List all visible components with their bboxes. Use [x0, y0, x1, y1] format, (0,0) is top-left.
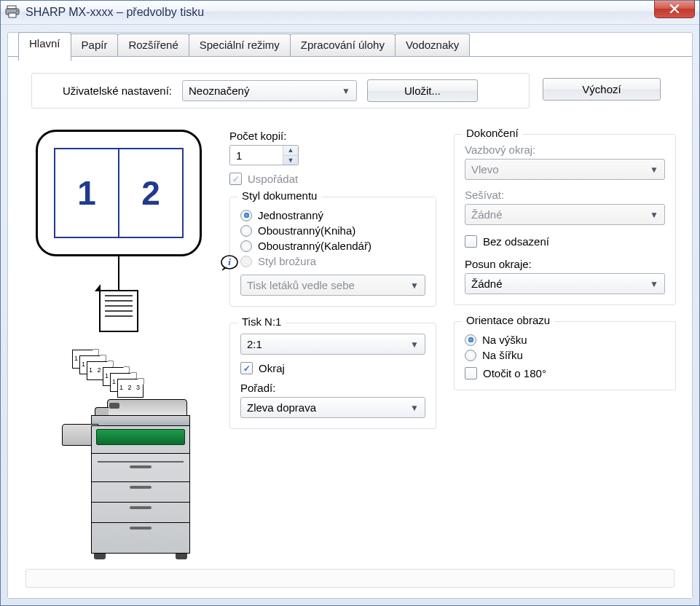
preview-paper: 1 2	[36, 130, 202, 256]
orientation-legend: Orientace obrazu	[462, 314, 554, 326]
orientation-group: Orientace obrazu Na výšku Na šířku ✓Otoč…	[454, 321, 676, 390]
finishing-group: Dokončení Vazbový okraj: Vlevo ▼ Sešívat…	[454, 134, 676, 305]
dialog-body: Hlavní Papír Rozšířené Speciální režimy …	[7, 32, 693, 599]
svg-point-3	[16, 10, 17, 12]
svg-text:i: i	[228, 256, 231, 267]
brochure-combo: Tisk letáků vedle sebe ▼	[240, 275, 425, 296]
binding-edge-label: Vazbový okraj:	[465, 143, 665, 156]
chevron-down-icon: ▼	[410, 403, 419, 413]
nup-order-label: Pořadí:	[240, 382, 425, 394]
printer-illustration	[62, 399, 190, 559]
nup-border-checkbox[interactable]: ✓Okraj	[240, 362, 425, 374]
copies-value: 1	[230, 146, 283, 165]
svg-rect-0	[7, 6, 16, 9]
close-icon	[669, 3, 680, 15]
save-button[interactable]: Uložit...	[367, 79, 478, 102]
preview-page-1: 1	[55, 149, 118, 237]
orientation-landscape-radio[interactable]: Na šířku	[465, 349, 665, 361]
binding-edge-select: Vlevo ▼	[465, 159, 665, 180]
collate-checkbox: ✓ Uspořádat	[229, 173, 436, 185]
docstyle-book-radio[interactable]: Oboustranný(Kniha)	[240, 224, 425, 237]
chevron-down-icon: ▼	[650, 279, 658, 289]
staple-label: Sešívat:	[465, 189, 665, 201]
margin-shift-select[interactable]: Žádné ▼	[465, 273, 665, 294]
brochure-combo-value: Tisk letáků vedle sebe	[247, 279, 355, 291]
window-title: SHARP MX-xxxx – předvolby tisku	[25, 6, 204, 19]
chevron-down-icon: ▼	[342, 86, 350, 96]
title-bar: SHARP MX-xxxx – předvolby tisku	[1, 1, 699, 25]
preview-note-icon	[99, 290, 138, 332]
nup-group: Tisk N:1 2:1 ▼ ✓Okraj Pořadí: Zleva dopr…	[229, 323, 436, 429]
chevron-down-icon: ▼	[650, 165, 658, 175]
margin-shift-value: Žádné	[471, 278, 503, 290]
binding-edge-value: Vlevo	[471, 163, 499, 176]
copies-spinner[interactable]: 1 ▲ ▼	[229, 145, 299, 165]
collate-preview-icon: 1 2 3 1 2 3 1 2 3 1 2 3 1 2 3 1 2 3	[72, 350, 142, 390]
nup-order-value: Zleva doprava	[247, 401, 316, 414]
tab-page-main: Uživatelské nastavení: Neoznačený ▼ Ulož…	[8, 56, 692, 598]
tab-strip: Hlavní Papír Rozšířené Speciální režimy …	[18, 32, 469, 57]
rotate-180-checkbox[interactable]: ✓Otočit o 180°	[465, 367, 665, 379]
tab-water[interactable]: Vodoznaky	[395, 34, 470, 56]
tab-paper[interactable]: Papír	[71, 34, 119, 56]
options-column: Počet kopií: 1 ▲ ▼ ✓ Uspořádat Styl d	[229, 130, 436, 585]
tab-special[interactable]: Speciální režimy	[189, 34, 291, 56]
chevron-down-icon: ▼	[410, 280, 419, 291]
user-settings-select[interactable]: Neoznačený ▼	[182, 80, 357, 101]
staple-value: Žádné	[471, 208, 503, 221]
printer-icon	[5, 5, 20, 20]
chevron-down-icon: ▼	[650, 210, 658, 220]
docstyle-single-radio[interactable]: Jednostranný	[240, 209, 425, 221]
preview-column: 1 2 1 2 3 1 2 3 1 2 3 1 2 3 1 2 3 1 2 3	[25, 130, 212, 585]
staple-select: Žádné ▼	[465, 204, 665, 225]
close-button[interactable]	[654, 0, 695, 18]
copies-block: Počet kopií: 1 ▲ ▼ ✓ Uspořádat	[229, 130, 436, 185]
user-settings-label: Uživatelské nastavení:	[42, 84, 172, 97]
preview-page-2: 2	[118, 149, 182, 237]
copies-label: Počet kopií:	[229, 130, 436, 142]
info-icon: i	[220, 255, 239, 271]
no-offset-checkbox[interactable]: ✓Bez odsazení	[465, 235, 665, 248]
svg-rect-2	[9, 13, 16, 17]
nup-legend: Tisk N:1	[237, 315, 286, 328]
tab-job[interactable]: Zpracování úlohy	[290, 34, 396, 56]
finishing-legend: Dokončení	[462, 127, 523, 139]
spinner-down-icon[interactable]: ▼	[283, 155, 298, 165]
spinner-up-icon[interactable]: ▲	[283, 146, 298, 155]
margin-shift-label: Posun okraje:	[465, 258, 665, 270]
document-style-group: Styl dokumentu Jednostranný Oboustranný(…	[229, 197, 436, 307]
user-settings-row: Uživatelské nastavení: Neoznačený ▼ Ulož…	[31, 73, 530, 109]
docstyle-calendar-radio[interactable]: Oboustranný(Kalendář)	[240, 240, 425, 252]
docstyle-brochure-radio: i Styl brožura	[240, 255, 425, 267]
orientation-portrait-radio[interactable]: Na výšku	[465, 334, 665, 346]
status-strip	[25, 569, 675, 588]
nup-value: 2:1	[247, 338, 262, 350]
nup-select[interactable]: 2:1 ▼	[240, 334, 425, 355]
user-settings-value: Neoznačený	[189, 84, 249, 97]
tab-main[interactable]: Hlavní	[18, 32, 71, 61]
finish-column: Dokončení Vazbový okraj: Vlevo ▼ Sešívat…	[454, 130, 676, 585]
defaults-button[interactable]: Výchozí	[543, 78, 661, 101]
document-style-legend: Styl dokumentu	[237, 189, 321, 202]
chevron-down-icon: ▼	[410, 339, 419, 350]
tab-advanced[interactable]: Rozšířené	[117, 34, 189, 56]
nup-order-select[interactable]: Zleva doprava ▼	[240, 397, 425, 418]
